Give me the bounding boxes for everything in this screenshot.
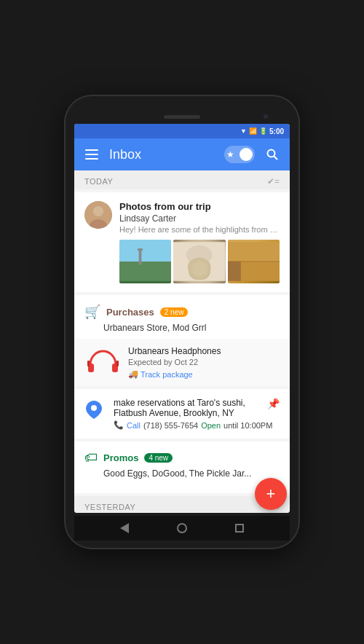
svg-rect-23 [116, 361, 119, 366]
battery-icon: 🔋 [259, 127, 267, 135]
back-button[interactable] [120, 523, 129, 533]
status-time: 5:00 [269, 127, 284, 136]
wifi-icon: ▼ [240, 127, 247, 135]
svg-rect-8 [119, 242, 171, 262]
select-all-icon[interactable]: ✔= [267, 176, 280, 186]
purchases-header: 🛒 Purchases 2 new [84, 304, 280, 320]
svg-rect-2 [85, 158, 98, 160]
cart-icon: 🛒 [84, 304, 100, 320]
home-button[interactable] [177, 523, 187, 533]
svg-point-14 [191, 259, 209, 272]
package-date: Expected by Oct 22 [128, 358, 280, 366]
phone-notch [74, 109, 290, 124]
svg-line-4 [274, 157, 278, 160]
avatar-image [84, 201, 112, 229]
svg-point-24 [91, 405, 97, 411]
promos-title: Promos [103, 452, 138, 463]
compose-icon: + [266, 484, 276, 503]
star-toggle[interactable]: ★ [224, 146, 255, 163]
phone-number: (718) 555-7654 [143, 421, 198, 430]
package-name: Urbanears Headphones [128, 346, 280, 356]
signal-icon: 📶 [249, 127, 257, 135]
track-label: Track package [141, 370, 193, 379]
svg-rect-18 [228, 262, 241, 281]
avatar [84, 201, 112, 229]
svg-rect-0 [85, 149, 98, 151]
hours-text: until 10:00PM [223, 421, 272, 430]
star-icon: ★ [226, 149, 234, 160]
purchases-title: Purchases [106, 307, 154, 318]
promos-header: 🏷 Promos 4 new [84, 450, 280, 466]
email-card[interactable]: Photos from our trip Lindsay Carter Hey!… [74, 192, 290, 292]
email-content: Photos from our trip Lindsay Carter Hey!… [119, 201, 280, 283]
package-info: Urbanears Headphones Expected by Oct 22 … [128, 346, 280, 379]
headphone-image [84, 348, 121, 377]
trip-photo-3 [228, 240, 280, 283]
reservation-phone: 📞 Call (718) 555-7654 Open until 10:00PM [114, 420, 280, 430]
purchases-new-badge: 2 new [160, 307, 189, 317]
purchases-card[interactable]: 🛒 Purchases 2 new Urbanears Store, Mod G… [74, 295, 290, 386]
search-button[interactable] [262, 144, 282, 165]
track-link[interactable]: 🚚 Track package [128, 369, 280, 379]
svg-rect-1 [85, 154, 98, 155]
app-bar-title: Inbox [109, 147, 217, 162]
reservation-icon [84, 399, 106, 424]
svg-rect-17 [228, 242, 280, 262]
app-bar: Inbox ★ [74, 138, 290, 170]
email-subject: Photos from our trip [119, 201, 280, 212]
screen: ▼ 📶 🔋 5:00 Inbox ★ [74, 124, 290, 513]
reservation-card[interactable]: make reservations at Taro's sushi, Flatb… [74, 389, 290, 439]
menu-icon[interactable] [82, 144, 102, 165]
status-bar: ▼ 📶 🔋 5:00 [74, 124, 290, 138]
today-label: Today [84, 177, 113, 186]
promos-subtitle: Good Eggs, DoGood, The Pickle Jar... [84, 468, 280, 479]
svg-rect-10 [139, 248, 142, 264]
speaker [164, 115, 200, 119]
svg-rect-22 [87, 361, 90, 366]
svg-point-6 [93, 206, 103, 216]
promos-new-badge: 4 new [144, 453, 173, 463]
today-section-header: Today ✔= [74, 170, 290, 189]
yesterday-label: Yesterday [84, 503, 135, 511]
purchases-subtitle: Urbanears Store, Mod Grrl [84, 323, 280, 333]
package-card: Urbanears Headphones Expected by Oct 22 … [74, 339, 290, 386]
front-camera [264, 114, 268, 119]
pin-icon: 📌 [267, 398, 280, 409]
email-images [119, 240, 280, 283]
reservation-title: make reservations at Taro's sushi, Flatb… [114, 398, 280, 418]
open-label: Open [201, 421, 221, 430]
svg-point-15 [186, 246, 213, 265]
scroll-area[interactable]: Today ✔= Photos from our trip [74, 170, 290, 513]
email-sender: Lindsay Carter [119, 213, 280, 224]
toggle-dot [240, 148, 253, 161]
trip-photo-2 [173, 240, 225, 283]
status-icons: ▼ 📶 🔋 5:00 [240, 127, 284, 136]
phone-nav-bar [74, 516, 290, 541]
call-label[interactable]: Call [127, 421, 141, 430]
svg-rect-9 [119, 262, 171, 281]
phone-icon: 📞 [114, 420, 124, 430]
compose-fab[interactable]: + [255, 478, 287, 510]
trip-photo-1 [119, 240, 171, 283]
truck-icon: 🚚 [128, 369, 138, 379]
phone-frame: ▼ 📶 🔋 5:00 Inbox ★ [66, 96, 298, 548]
svg-rect-11 [138, 248, 143, 251]
tag-icon: 🏷 [84, 450, 98, 466]
svg-point-3 [268, 150, 275, 157]
recents-button[interactable] [235, 524, 244, 533]
reservation-content: make reservations at Taro's sushi, Flatb… [114, 398, 280, 430]
email-preview: Hey! Here are some of the highlights fro… [119, 225, 280, 234]
